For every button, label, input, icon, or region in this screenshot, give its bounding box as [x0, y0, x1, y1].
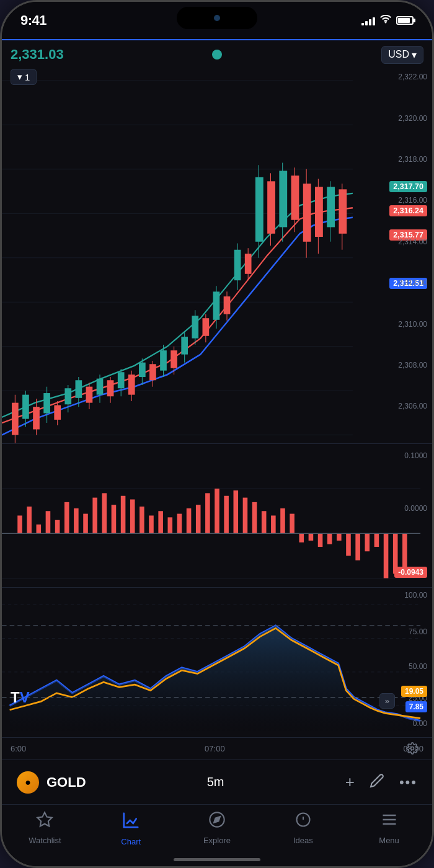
chart-settings-button[interactable] — [401, 737, 423, 760]
osc-current-value: -0.0943 — [394, 567, 427, 578]
svg-rect-93 — [196, 505, 201, 533]
chart-container[interactable]: 2,331.03 USD ▾ ▾ 1 — [2, 40, 432, 760]
svg-rect-80 — [74, 508, 79, 533]
svg-rect-87 — [140, 507, 144, 533]
svg-rect-46 — [203, 318, 210, 336]
signal-bar-4 — [373, 17, 375, 25]
svg-rect-103 — [290, 513, 294, 533]
price-label: 2,310.00 — [398, 320, 427, 329]
svg-rect-100 — [262, 511, 267, 533]
rsi-label-100: 100.00 — [404, 591, 427, 600]
svg-rect-52 — [234, 250, 241, 280]
svg-rect-24 — [86, 387, 93, 403]
nav-item-ideas[interactable]: Ideas — [260, 811, 346, 845]
chevron-down-icon: ▾ — [412, 49, 417, 61]
price-label: 2,312.00 — [398, 278, 427, 287]
svg-rect-115 — [402, 533, 407, 569]
svg-rect-95 — [215, 489, 219, 533]
price-label: 2,316.00 — [398, 196, 427, 205]
svg-rect-98 — [243, 497, 248, 533]
signal-bar-1 — [361, 23, 364, 25]
add-button[interactable]: + — [345, 773, 355, 792]
nav-item-menu[interactable]: Menu — [346, 811, 432, 845]
nav-item-chart[interactable]: Chart — [88, 811, 174, 846]
svg-rect-111 — [365, 533, 370, 551]
ideas-label: Ideas — [293, 836, 313, 845]
oscillator-svg — [2, 444, 432, 587]
svg-rect-112 — [374, 533, 379, 547]
currency-selector[interactable]: USD ▾ — [381, 46, 423, 64]
chart-top-bar: 2,331.03 USD ▾ — [2, 40, 432, 69]
svg-rect-32 — [128, 374, 135, 394]
price-label: 2,314.00 — [398, 237, 427, 246]
tv-logo-text: TV — [11, 689, 30, 706]
oscillator-panel: 0.1000 0.0000 -0.0943 — [2, 443, 432, 587]
svg-rect-82 — [92, 497, 97, 533]
svg-rect-89 — [158, 511, 163, 533]
live-dot — [212, 50, 222, 60]
status-icons — [361, 15, 414, 26]
svg-rect-40 — [170, 350, 177, 368]
notch — [177, 7, 257, 29]
time-label-6: 6:00 — [11, 744, 26, 753]
ideas-icon — [294, 811, 312, 833]
svg-rect-76 — [37, 525, 42, 533]
notch-dot — [214, 15, 220, 21]
svg-rect-96 — [224, 495, 229, 533]
watchlist-label: Watchlist — [29, 836, 61, 845]
svg-rect-68 — [327, 187, 335, 227]
rsi-blue-value: 7.85 — [405, 701, 427, 712]
time-label-7: 07:00 — [205, 744, 225, 753]
time-axis: 6:00 07:00 08:00 — [2, 737, 432, 760]
svg-rect-97 — [233, 490, 238, 533]
svg-rect-110 — [355, 533, 360, 560]
timeframe-button[interactable]: 5m — [207, 775, 224, 789]
svg-rect-74 — [17, 515, 22, 533]
battery-icon — [396, 16, 414, 25]
price-label: 2,320.00 — [398, 114, 427, 123]
svg-rect-58 — [267, 181, 275, 233]
svg-rect-54 — [245, 254, 252, 273]
svg-rect-86 — [130, 499, 135, 533]
svg-rect-92 — [187, 508, 192, 533]
expand-button[interactable]: » — [379, 693, 395, 709]
signal-bars-icon — [361, 16, 375, 25]
price-label: 2,308.00 — [398, 361, 427, 370]
svg-rect-70 — [339, 189, 347, 233]
svg-rect-79 — [64, 502, 69, 533]
symbol-name[interactable]: GOLD — [46, 774, 86, 790]
status-bar: 9:41 — [2, 2, 432, 39]
svg-rect-85 — [121, 495, 126, 533]
explore-label: Explore — [203, 836, 231, 845]
signal-bar-2 — [365, 21, 368, 25]
symbol-icon-glyph: ● — [25, 777, 31, 788]
svg-rect-78 — [55, 520, 60, 533]
nav-item-watchlist[interactable]: Watchlist — [2, 811, 88, 845]
main-chart[interactable]: 2,317.70 2,316.24 2,315.77 2,312.51 2,32… — [2, 40, 432, 443]
svg-rect-50 — [224, 296, 231, 314]
nav-item-explore[interactable]: Explore — [174, 811, 260, 845]
wifi-icon — [380, 15, 391, 26]
svg-rect-38 — [160, 350, 167, 370]
bottom-nav: Watchlist Chart Explore — [2, 804, 432, 866]
svg-rect-108 — [337, 533, 342, 541]
svg-rect-28 — [107, 380, 114, 396]
tradingview-logo: TV — [11, 689, 30, 706]
candlestick-svg — [2, 40, 432, 443]
svg-rect-105 — [309, 533, 314, 541]
more-button[interactable]: ••• — [399, 774, 417, 790]
svg-rect-99 — [252, 502, 257, 533]
svg-rect-66 — [315, 187, 323, 237]
rsi-blue-badge: 7.85 — [405, 701, 427, 712]
svg-rect-88 — [149, 515, 154, 533]
draw-button[interactable] — [370, 773, 384, 792]
expand-icon: » — [385, 696, 389, 706]
svg-rect-12 — [22, 395, 29, 419]
svg-rect-75 — [27, 507, 32, 533]
svg-rect-30 — [118, 372, 125, 388]
toolbar: ● GOLD 5m + ••• — [2, 760, 432, 804]
watchlist-icon — [36, 811, 53, 833]
svg-rect-10 — [12, 403, 19, 435]
svg-rect-77 — [46, 511, 51, 533]
svg-rect-84 — [112, 505, 117, 533]
